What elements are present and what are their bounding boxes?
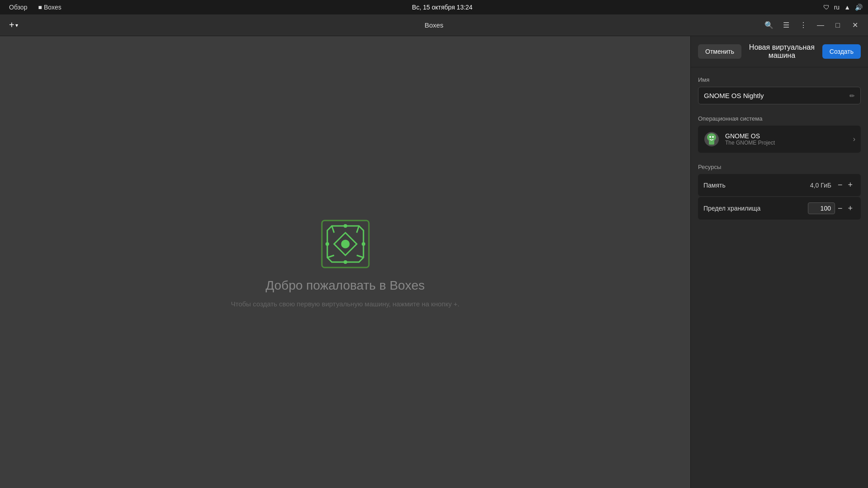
close-icon: ✕	[852, 21, 858, 29]
menu-button[interactable]: ⋮	[796, 18, 811, 33]
svg-point-9	[326, 242, 329, 246]
svg-point-7	[362, 242, 365, 246]
storage-row: Предел хранилища − +	[698, 197, 861, 220]
name-input[interactable]	[704, 92, 849, 99]
maximize-button[interactable]: □	[830, 18, 845, 33]
svg-point-6	[344, 224, 347, 228]
minimize-button[interactable]: —	[813, 18, 828, 33]
svg-line-4	[327, 255, 334, 258]
close-button[interactable]: ✕	[847, 18, 863, 33]
memory-label: Память	[703, 182, 810, 189]
memory-increase-button[interactable]: +	[845, 179, 855, 191]
add-icon: +	[9, 20, 14, 30]
overview-button[interactable]: Обзор	[5, 2, 31, 13]
lang-indicator[interactable]: ru	[834, 4, 840, 11]
properties-button[interactable]: ☰	[778, 18, 794, 33]
memory-decrease-button[interactable]: −	[835, 179, 845, 191]
system-bar-right: 🛡 ru ▲ 🔊	[823, 4, 863, 11]
edit-icon[interactable]: ✏	[849, 92, 855, 99]
svg-point-11	[709, 136, 711, 138]
boxes-nav-button[interactable]: ■ Boxes	[38, 4, 61, 11]
resources-section-label: Ресурсы	[698, 164, 861, 170]
boxes-nav-label: Boxes	[44, 4, 61, 11]
gnome-logo-icon	[703, 131, 720, 147]
search-button[interactable]: 🔍	[761, 18, 777, 33]
name-section-label: Имя	[698, 76, 861, 83]
os-name: GNOME OS	[725, 132, 848, 140]
vpn-icon: 🛡	[823, 4, 830, 11]
svg-point-5	[342, 240, 349, 248]
svg-point-12	[712, 136, 714, 138]
os-info: GNOME OS The GNOME Project	[725, 132, 848, 146]
os-section-label: Операционная система	[698, 115, 861, 122]
welcome-title: Добро пожаловать в Boxes	[266, 278, 425, 293]
welcome-area: Добро пожаловать в Boxes Чтобы создать с…	[0, 36, 690, 488]
properties-icon: ☰	[783, 21, 789, 29]
volume-icon: 🔊	[855, 4, 863, 11]
svg-line-3	[357, 255, 363, 258]
panel-title: Новая виртуальная машина	[745, 43, 819, 60]
search-icon: 🔍	[764, 21, 774, 29]
resources-section: Ресурсы Память 4,0 ГиБ − + Предел хранил…	[698, 164, 861, 221]
name-field-wrapper: ✏	[698, 87, 861, 104]
name-section: Имя ✏	[698, 76, 861, 104]
wifi-icon: ▲	[844, 4, 850, 11]
boxes-logo	[318, 217, 373, 271]
system-bar-datetime: Вс, 15 октября 13:24	[412, 4, 472, 11]
boxes-nav-icon: ■	[38, 4, 42, 11]
app-window: + ▾ Boxes 🔍 ☰ ⋮ — □ ✕	[0, 14, 868, 488]
svg-point-8	[344, 260, 347, 264]
header-bar: + ▾ Boxes 🔍 ☰ ⋮ — □ ✕	[0, 14, 868, 36]
add-vm-button[interactable]: + ▾	[5, 18, 22, 32]
new-vm-panel: Отменить Новая виртуальная машина Создат…	[690, 36, 868, 488]
memory-row: Память 4,0 ГиБ − +	[698, 174, 861, 196]
os-vendor: The GNOME Project	[725, 140, 848, 146]
header-left: + ▾	[5, 18, 22, 32]
maximize-icon: □	[835, 21, 840, 29]
create-button[interactable]: Создать	[822, 44, 861, 59]
add-dropdown-icon: ▾	[15, 22, 18, 28]
os-row[interactable]: GNOME OS The GNOME Project ›	[698, 126, 861, 153]
chevron-right-icon: ›	[853, 135, 855, 143]
storage-increase-button[interactable]: +	[845, 203, 855, 214]
panel-header: Отменить Новая виртуальная машина Создат…	[691, 36, 868, 67]
menu-icon: ⋮	[800, 21, 807, 29]
os-section: Операционная система GNOME OS	[698, 115, 861, 153]
header-right: 🔍 ☰ ⋮ — □ ✕	[761, 18, 863, 33]
minimize-icon: —	[817, 21, 824, 29]
system-bar: Обзор ■ Boxes Вс, 15 октября 13:24 🛡 ru …	[0, 0, 868, 14]
svg-line-2	[357, 226, 359, 233]
storage-label: Предел хранилища	[703, 205, 808, 212]
app-title: Boxes	[425, 21, 443, 29]
storage-decrease-button[interactable]: −	[835, 203, 845, 214]
storage-input[interactable]	[808, 202, 835, 214]
cancel-button[interactable]: Отменить	[698, 44, 741, 59]
main-area: Добро пожаловать в Boxes Чтобы создать с…	[0, 36, 868, 488]
memory-value: 4,0 ГиБ	[810, 182, 831, 189]
welcome-subtitle: Чтобы создать свою первую виртуальную ма…	[231, 300, 460, 308]
system-bar-left: Обзор ■ Boxes	[5, 2, 61, 13]
svg-line-1	[332, 226, 334, 233]
panel-body: Имя ✏ Операционная система	[691, 67, 868, 230]
